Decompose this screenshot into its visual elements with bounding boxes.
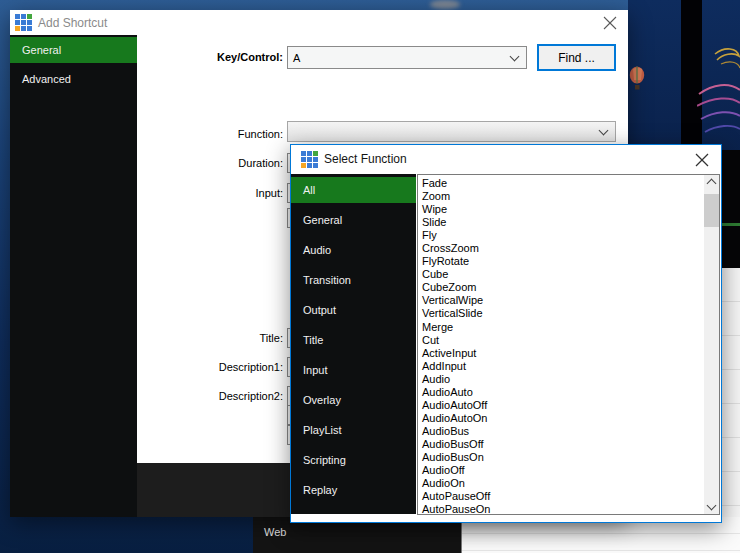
function-item[interactable]: Wipe — [422, 203, 703, 216]
function-item[interactable]: Fade — [422, 177, 703, 190]
hot-air-balloon-image — [629, 66, 646, 94]
add-shortcut-titlebar[interactable]: Add Shortcut — [10, 10, 628, 35]
function-items: FadeZoomWipeSlideFlyCrossZoomFlyRotateCu… — [419, 176, 703, 513]
chevron-down-icon — [599, 125, 609, 135]
function-item[interactable]: Merge — [422, 321, 703, 334]
function-listbox: FadeZoomWipeSlideFlyCrossZoomFlyRotateCu… — [417, 174, 720, 515]
function-item[interactable]: AudioAuto — [422, 386, 703, 399]
add-shortcut-title: Add Shortcut — [38, 16, 107, 30]
function-item[interactable]: Slide — [422, 216, 703, 229]
category-item[interactable]: Transition — [291, 267, 416, 293]
category-item[interactable]: General — [291, 207, 416, 233]
background-app-dark-panel — [721, 150, 740, 268]
close-icon[interactable] — [602, 15, 618, 31]
find-button[interactable]: Find ... — [537, 44, 616, 71]
function-item[interactable]: VerticalSlide — [422, 307, 703, 320]
wallpaper-highlight — [430, 0, 460, 9]
description2-label: Description2: — [90, 390, 283, 402]
function-item[interactable]: Cut — [422, 334, 703, 347]
function-item[interactable]: AudioBusOn — [422, 451, 703, 464]
background-app-green-row — [721, 223, 740, 226]
vmix-logo-icon — [301, 151, 318, 168]
function-item[interactable]: AudioOn — [422, 477, 703, 490]
chevron-down-icon — [510, 51, 520, 61]
function-category-list: AllGeneralAudioTransitionOutputTitleInpu… — [291, 174, 416, 514]
title-label: Title: — [90, 332, 283, 344]
function-item[interactable]: AutoPauseOff — [422, 490, 703, 503]
function-item[interactable]: AudioBusOff — [422, 438, 703, 451]
key-control-combobox[interactable]: A — [287, 46, 527, 69]
web-tab[interactable]: Web — [264, 526, 286, 538]
function-item[interactable]: AudioAutoOn — [422, 412, 703, 425]
select-function-titlebar[interactable]: Select Function — [291, 145, 721, 172]
function-item[interactable]: Fly — [422, 229, 703, 242]
add-shortcut-sidebar: GeneralAdvanced — [10, 35, 137, 517]
close-icon[interactable] — [694, 152, 710, 168]
function-item[interactable]: AudioOff — [422, 464, 703, 477]
category-item[interactable]: Title — [291, 327, 416, 353]
category-item[interactable]: Scripting — [291, 447, 416, 473]
background-app-table — [721, 268, 740, 553]
function-item[interactable]: Audio — [422, 373, 703, 386]
scrollbar[interactable] — [704, 175, 719, 514]
key-control-value: A — [293, 52, 300, 64]
description1-label: Description1: — [90, 361, 283, 373]
function-item[interactable]: CrossZoom — [422, 242, 703, 255]
category-item[interactable]: Input — [291, 357, 416, 383]
category-item[interactable]: PlayList — [291, 417, 416, 443]
category-item[interactable]: Overlay — [291, 387, 416, 413]
duration-label: Duration: — [90, 157, 283, 169]
function-item[interactable]: Zoom — [422, 190, 703, 203]
function-item[interactable]: ActiveInput — [422, 347, 703, 360]
select-function-dialog: Select Function AllGeneralAudioTransitio… — [290, 144, 722, 523]
function-item[interactable]: Cube — [422, 268, 703, 281]
function-item[interactable]: VerticalWipe — [422, 294, 703, 307]
function-item[interactable]: AddInput — [422, 360, 703, 373]
function-item[interactable]: CubeZoom — [422, 281, 703, 294]
fireworks-image — [697, 42, 740, 157]
input-label: Input: — [90, 187, 283, 199]
category-item[interactable]: Output — [291, 297, 416, 323]
function-item[interactable]: AutoPauseOn — [422, 503, 703, 513]
sidebar-item[interactable]: Advanced — [10, 66, 137, 92]
select-function-title: Select Function — [324, 152, 407, 166]
function-item[interactable]: AudioAutoOff — [422, 399, 703, 412]
category-item[interactable]: Replay — [291, 477, 416, 503]
function-label: Function: — [90, 128, 283, 140]
scroll-up-icon[interactable] — [704, 176, 719, 191]
function-combobox[interactable] — [287, 121, 616, 142]
function-item[interactable]: AudioBus — [422, 425, 703, 438]
key-control-label: Key/Control: — [90, 51, 283, 63]
vmix-logo-icon — [15, 14, 32, 31]
function-item[interactable]: FlyRotate — [422, 255, 703, 268]
category-item[interactable]: Audio — [291, 237, 416, 263]
scroll-down-icon[interactable] — [704, 498, 719, 513]
category-item[interactable]: All — [291, 177, 416, 203]
scrollbar-thumb[interactable] — [704, 194, 719, 227]
